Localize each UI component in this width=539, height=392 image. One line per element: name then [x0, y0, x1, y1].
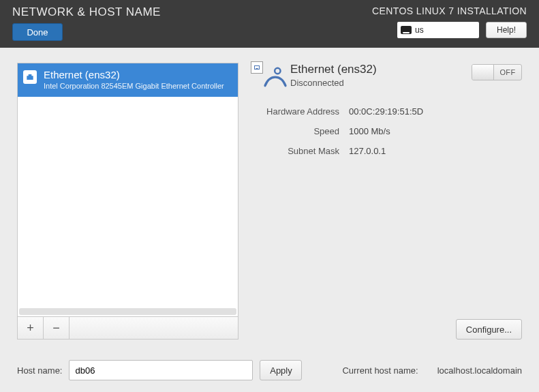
network-cable-icon: [260, 63, 290, 93]
interface-list[interactable]: Ethernet (ens32) Intel Corporation 82545…: [17, 63, 238, 317]
connection-toggle[interactable]: OFF: [472, 64, 522, 80]
speed-value: 1000 Mb/s: [349, 126, 522, 136]
scrollbar[interactable]: [19, 308, 236, 315]
keyboard-icon: [401, 26, 412, 34]
ethernet-icon: [23, 70, 37, 84]
connection-status: Disconnected: [290, 78, 377, 88]
installer-title: CENTOS LINUX 7 INSTALLATION: [372, 5, 527, 16]
interface-name: Ethernet (ens32): [44, 69, 231, 80]
keyboard-layout-label: us: [415, 25, 424, 35]
speed-label: Speed: [251, 126, 339, 136]
done-button[interactable]: Done: [12, 23, 63, 41]
hardware-address-label: Hardware Address: [251, 106, 339, 117]
hostname-label: Host name:: [17, 365, 62, 376]
help-button[interactable]: Help!: [486, 22, 527, 38]
list-item[interactable]: Ethernet (ens32) Intel Corporation 82545…: [18, 63, 238, 97]
hostname-input[interactable]: [69, 360, 253, 380]
svg-rect-1: [256, 68, 258, 70]
page-title: NETWORK & HOST NAME: [12, 5, 161, 19]
add-interface-button[interactable]: +: [18, 317, 44, 339]
remove-interface-button[interactable]: −: [44, 317, 70, 339]
toggle-knob: [472, 65, 494, 80]
subnet-mask-label: Subnet Mask: [251, 146, 339, 156]
toggle-label: OFF: [494, 68, 521, 76]
current-hostname-label: Current host name:: [342, 365, 418, 376]
hardware-address-value: 00:0C:29:19:51:5D: [349, 106, 522, 117]
current-hostname-value: localhost.localdomain: [437, 365, 522, 376]
svg-point-2: [275, 68, 280, 74]
selected-interface-title: Ethernet (ens32): [290, 63, 377, 76]
apply-button[interactable]: Apply: [260, 360, 302, 380]
keyboard-layout-indicator[interactable]: us: [397, 22, 479, 38]
interface-description: Intel Corporation 82545EM Gigabit Ethern…: [44, 82, 231, 90]
configure-button[interactable]: Configure...: [456, 319, 522, 340]
subnet-mask-value: 127.0.0.1: [349, 146, 522, 156]
